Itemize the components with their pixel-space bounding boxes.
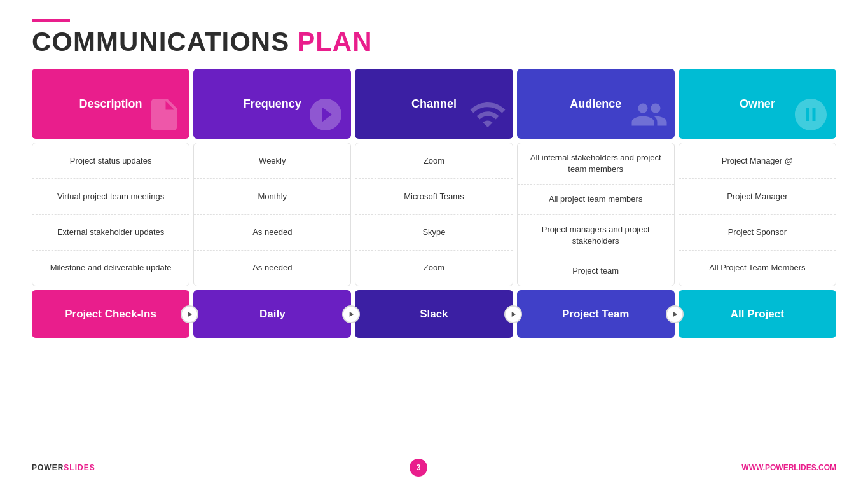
header-audience: Audience [517, 69, 675, 139]
bottom-label-channel: Slack [420, 307, 448, 321]
data-column-frequency: Weekly Monthly As needed As needed [193, 143, 351, 286]
data-cell-chan-4: Zoom [355, 251, 512, 286]
footer-brand-rest: SLIDES [64, 463, 95, 472]
data-cell-own-3: Project Sponsor [679, 215, 836, 251]
footer-line-right [443, 468, 731, 468]
data-cell-freq-2: Monthly [194, 179, 350, 214]
header-frequency-label: Frequency [244, 97, 301, 111]
data-cell-aud-1: All internal stakeholders and project te… [518, 143, 674, 185]
data-cell-chan-3: Skype [355, 215, 512, 251]
data-cell-own-4: All Project Team Members [679, 251, 836, 286]
footer: POWERSLIDES 3 WWW.POWERLIDES.COM [32, 459, 836, 477]
data-cell-freq-3: As needed [194, 215, 350, 251]
header-owner: Owner [679, 69, 836, 139]
channel-icon [469, 95, 507, 139]
bottom-label-owner: All Project [731, 307, 784, 321]
page: COMMUNICATIONS PLAN Description Frequenc… [0, 0, 868, 488]
data-column-channel: Zoom Microsoft Teams Skype Zoom [355, 143, 513, 286]
title-accent-line [32, 19, 70, 22]
data-cell-chan-2: Microsoft Teams [355, 179, 512, 214]
header-owner-label: Owner [740, 97, 775, 111]
audience-icon [630, 95, 668, 139]
header-audience-label: Audience [570, 97, 621, 111]
description-icon [145, 95, 183, 139]
data-cell-aud-2: All project team members [518, 185, 674, 214]
title-part1: COMMUNICATIONS [32, 27, 289, 57]
data-cell-aud-3: Project managers and project stakeholder… [518, 215, 674, 256]
data-cell-desc-1: Project status updates [32, 143, 189, 179]
bottom-cell-channel: Slack [355, 290, 513, 338]
arrow-4 [666, 305, 684, 323]
bottom-row: Project Check-Ins Daily Slack Project Te… [32, 290, 836, 338]
footer-line-left [106, 468, 394, 468]
arrow-3 [504, 305, 522, 323]
bottom-label-audience: Project Team [562, 307, 630, 321]
footer-page-number: 3 [410, 459, 427, 477]
bottom-label-frequency: Daily [259, 307, 286, 321]
data-column-description: Project status updates Virtual project t… [32, 143, 189, 286]
header-description-label: Description [79, 97, 142, 111]
data-cell-desc-3: External stakeholder updates [32, 215, 189, 251]
footer-url: WWW.POWERLIDES.COM [741, 463, 836, 472]
data-column-audience: All internal stakeholders and project te… [517, 143, 675, 286]
title-part2: PLAN [297, 27, 372, 57]
data-rows: Project status updates Virtual project t… [32, 143, 836, 286]
header-row: Description Frequency Channel Audience [32, 69, 836, 139]
title-bar: COMMUNICATIONS PLAN [32, 19, 836, 57]
frequency-icon [307, 95, 345, 139]
bottom-label-description: Project Check-Ins [65, 307, 156, 321]
header-frequency: Frequency [193, 69, 351, 139]
data-cell-chan-1: Zoom [355, 143, 512, 179]
data-cell-desc-2: Virtual project team meetings [32, 179, 189, 214]
header-channel: Channel [355, 69, 513, 139]
owner-icon [792, 95, 830, 139]
data-cell-desc-4: Milestone and deliverable update [32, 251, 189, 286]
header-channel-label: Channel [411, 97, 457, 111]
bottom-cell-description: Project Check-Ins [32, 290, 189, 338]
arrow-1 [181, 305, 198, 323]
bottom-cell-frequency: Daily [193, 290, 351, 338]
arrow-2 [342, 305, 360, 323]
data-cell-freq-1: Weekly [194, 143, 350, 179]
table-wrapper: Description Frequency Channel Audience [32, 69, 836, 338]
bottom-cell-owner: All Project [679, 290, 836, 338]
data-cell-own-1: Project Manager @ [679, 143, 836, 179]
title-text: COMMUNICATIONS PLAN [32, 27, 836, 57]
footer-brand: POWERSLIDES [32, 463, 95, 472]
data-cell-aud-4: Project team [518, 256, 674, 286]
footer-brand-bold: POWER [32, 463, 64, 472]
bottom-cell-audience: Project Team [517, 290, 675, 338]
data-column-owner: Project Manager @ Project Manager Projec… [679, 143, 836, 286]
data-cell-freq-4: As needed [194, 251, 350, 286]
header-description: Description [32, 69, 189, 139]
data-cell-own-2: Project Manager [679, 179, 836, 214]
